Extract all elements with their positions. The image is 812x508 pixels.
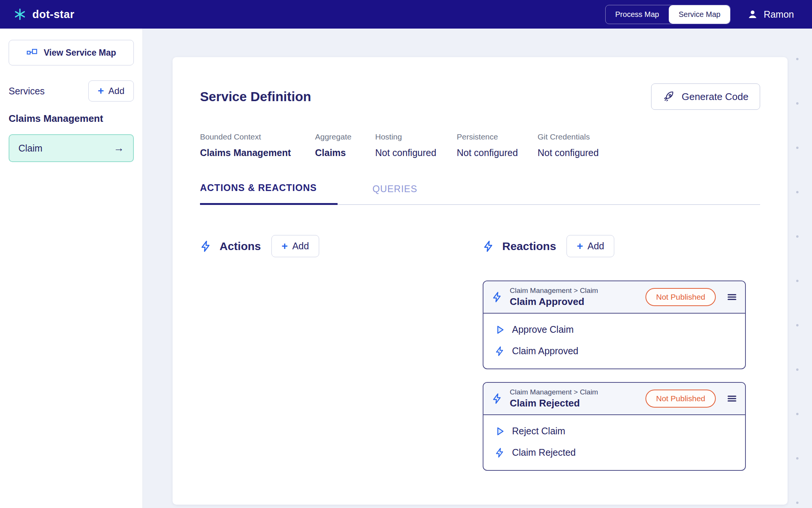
generate-code-label: Generate Code bbox=[682, 91, 748, 103]
actions-header: Actions + Add bbox=[200, 235, 483, 257]
reaction-row-label: Claim Approved bbox=[512, 346, 578, 356]
meta-hosting: Hosting Not configured bbox=[375, 132, 457, 158]
rocket-icon bbox=[663, 91, 675, 103]
bolt-icon bbox=[495, 346, 505, 356]
arrow-right-icon: → bbox=[114, 142, 124, 154]
bolt-icon bbox=[200, 240, 212, 252]
service-map-button[interactable]: Service Map bbox=[669, 5, 730, 24]
card-header: Service Definition Generate Code bbox=[200, 83, 760, 110]
action-row[interactable]: Approve Claim bbox=[495, 324, 734, 335]
meta-git-credentials: Git Credentials Not configured bbox=[538, 132, 599, 158]
add-reaction-button[interactable]: + Add bbox=[567, 235, 614, 257]
view-service-map-button[interactable]: View Service Map bbox=[9, 40, 134, 65]
actions-title: Actions bbox=[220, 240, 261, 253]
reaction-row[interactable]: Claim Approved bbox=[495, 346, 734, 356]
plus-icon: + bbox=[282, 241, 288, 252]
meta-label: Persistence bbox=[457, 132, 538, 141]
dot-star-logo-icon bbox=[14, 8, 26, 21]
reaction-card-claim-approved: Claim Management > Claim Claim Approved … bbox=[483, 281, 746, 369]
add-action-label: Add bbox=[292, 241, 309, 252]
reaction-card-header: Claim Management > Claim Claim Rejected … bbox=[483, 383, 745, 415]
status-badge: Not Published bbox=[645, 288, 716, 306]
add-service-label: Add bbox=[108, 86, 124, 96]
top-navbar: dot-star Process Map Service Map Ramon bbox=[0, 0, 812, 29]
plus-icon: + bbox=[98, 86, 104, 96]
hamburger-menu-icon[interactable] bbox=[726, 393, 738, 404]
actions-column: Actions + Add bbox=[200, 235, 483, 471]
bolt-icon bbox=[492, 393, 503, 404]
process-map-button[interactable]: Process Map bbox=[606, 5, 669, 24]
brand-name: dot-star bbox=[32, 8, 74, 21]
claim-item-label: Claim bbox=[18, 143, 42, 154]
tab-queries[interactable]: QUERIES bbox=[356, 183, 435, 204]
services-row: Services + Add bbox=[9, 80, 134, 102]
meta-label: Bounded Context bbox=[200, 132, 315, 141]
sidebar: View Service Map Services + Add Claims M… bbox=[0, 29, 143, 508]
main-content: Service Definition Generate Code Bounded… bbox=[143, 29, 812, 508]
navbar-right: Process Map Service Map Ramon bbox=[605, 5, 794, 24]
meta-label: Git Credentials bbox=[538, 132, 599, 141]
reactions-title: Reactions bbox=[502, 240, 556, 253]
tab-actions-reactions[interactable]: ACTIONS & REACTIONS bbox=[200, 182, 338, 205]
sidebar-group-title: Claims Management bbox=[9, 113, 134, 124]
meta-bounded-context: Bounded Context Claims Management bbox=[200, 132, 315, 158]
tabs: ACTIONS & REACTIONS QUERIES bbox=[200, 182, 760, 205]
action-row[interactable]: Reject Claim bbox=[495, 426, 734, 437]
user-name: Ramon bbox=[764, 9, 794, 20]
services-label: Services bbox=[9, 86, 45, 97]
meta-label: Hosting bbox=[375, 132, 457, 141]
breadcrumb: Claim Management > Claim bbox=[510, 388, 639, 396]
meta-value: Claims bbox=[315, 147, 375, 158]
tab-panel: Actions + Add bbox=[200, 235, 760, 471]
action-row-label: Reject Claim bbox=[512, 426, 565, 437]
reaction-card-titles: Claim Management > Claim Claim Rejected bbox=[510, 388, 639, 409]
sidebar-item-claim[interactable]: Claim → bbox=[9, 134, 134, 162]
brand: dot-star bbox=[14, 8, 74, 21]
reaction-card-title: Claim Rejected bbox=[510, 397, 639, 409]
meta-aggregate: Aggregate Claims bbox=[315, 132, 375, 158]
status-badge: Not Published bbox=[645, 390, 716, 408]
reaction-card-body: Approve Claim Claim Approved bbox=[483, 314, 745, 368]
add-service-button[interactable]: + Add bbox=[88, 80, 134, 102]
reaction-card-body: Reject Claim Claim Rejected bbox=[483, 415, 745, 470]
meta-value: Not configured bbox=[538, 147, 599, 158]
bolt-icon bbox=[483, 240, 495, 252]
plus-icon: + bbox=[577, 241, 583, 252]
layout: View Service Map Services + Add Claims M… bbox=[0, 29, 812, 508]
play-icon bbox=[495, 325, 505, 335]
reaction-card-claim-rejected: Claim Management > Claim Claim Rejected … bbox=[483, 382, 746, 471]
generate-code-button[interactable]: Generate Code bbox=[651, 83, 760, 110]
add-reaction-label: Add bbox=[588, 241, 604, 252]
meta-value: Claims Management bbox=[200, 147, 315, 158]
add-action-button[interactable]: + Add bbox=[271, 235, 319, 257]
meta-value: Not configured bbox=[375, 147, 457, 158]
meta-value: Not configured bbox=[457, 147, 538, 158]
reaction-card-header: Claim Management > Claim Claim Approved … bbox=[483, 281, 745, 314]
reactions-header: Reactions + Add bbox=[483, 235, 746, 257]
meta-row: Bounded Context Claims Management Aggreg… bbox=[200, 132, 760, 158]
view-service-map-label: View Service Map bbox=[44, 48, 116, 58]
hamburger-menu-icon[interactable] bbox=[726, 291, 738, 303]
bolt-icon bbox=[492, 291, 503, 303]
meta-label: Aggregate bbox=[315, 132, 375, 141]
map-toggle: Process Map Service Map bbox=[605, 5, 731, 24]
reactions-column: Reactions + Add bbox=[483, 235, 746, 471]
bolt-icon bbox=[495, 447, 505, 458]
reaction-row[interactable]: Claim Rejected bbox=[495, 447, 734, 458]
play-icon bbox=[495, 426, 505, 437]
user-icon bbox=[747, 9, 758, 20]
meta-persistence: Persistence Not configured bbox=[457, 132, 538, 158]
page-title: Service Definition bbox=[200, 89, 311, 104]
breadcrumb: Claim Management > Claim bbox=[510, 287, 639, 295]
service-definition-card: Service Definition Generate Code Bounded… bbox=[173, 57, 788, 505]
user-menu[interactable]: Ramon bbox=[747, 9, 794, 20]
action-row-label: Approve Claim bbox=[512, 324, 574, 335]
service-map-icon bbox=[26, 47, 38, 58]
reaction-card-title: Claim Approved bbox=[510, 296, 639, 308]
reaction-row-label: Claim Rejected bbox=[512, 447, 576, 458]
reaction-card-titles: Claim Management > Claim Claim Approved bbox=[510, 287, 639, 308]
